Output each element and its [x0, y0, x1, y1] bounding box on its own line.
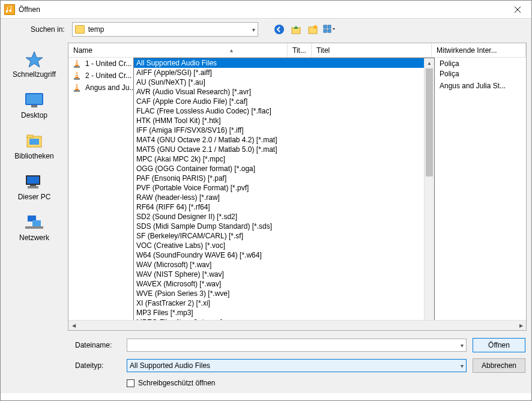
cancel-button[interactable]: Abbrechen [473, 358, 525, 373]
filetype-option[interactable]: MPC (Akai MPC 2k) [*.mpc] [134, 154, 424, 164]
svg-rect-28 [76, 88, 79, 89]
scroll-thumb[interactable] [426, 68, 433, 176]
filetype-option[interactable]: IFF (Amiga IFF/SVX8/SV16) [*.iff] [134, 125, 424, 135]
dropdown-scrollbar[interactable]: ▲ ▼ [424, 58, 434, 320]
svg-rect-27 [76, 86, 78, 87]
place-label: Desktop [21, 111, 47, 119]
filetype-label: Dateityp: [75, 361, 121, 370]
filetype-combo[interactable]: All Supported Audio Files▾ [127, 359, 467, 372]
svg-rect-23 [74, 66, 80, 68]
filetype-option[interactable]: FLAC (Free Lossless Audio Codec) [*.flac… [134, 106, 424, 116]
scroll-right-icon[interactable]: ▶ [516, 321, 526, 330]
filetype-option[interactable]: SF (Berkeley/IRCAM/CARL) [*.sf] [134, 231, 424, 241]
scroll-up-icon[interactable]: ▲ [425, 58, 434, 68]
back-button[interactable] [273, 23, 286, 36]
filetype-option[interactable]: SD2 (Sound Designer II) [*.sd2] [134, 212, 424, 222]
column-titel[interactable]: Titel [312, 43, 432, 57]
svg-rect-22 [76, 64, 79, 65]
filetype-option[interactable]: WVE (Psion Series 3) [*.wve] [134, 289, 424, 298]
new-folder-button[interactable] [306, 23, 319, 36]
close-button[interactable] [504, 1, 531, 19]
svg-rect-16 [30, 185, 36, 186]
file-artist: Angus and Julia St... [435, 82, 506, 90]
place-libraries[interactable]: Bibliotheken [1, 129, 68, 163]
svg-rect-15 [27, 176, 39, 184]
svg-point-0 [274, 25, 284, 34]
place-label: Dieser PC [18, 193, 51, 201]
window-title: Öffnen [19, 5, 504, 14]
app-icon [4, 4, 15, 15]
chevron-down-icon: ▾ [461, 363, 464, 369]
file-name: 2 - United Cr... [85, 71, 139, 80]
toolbar: Suchen in: temp ▾ [1, 19, 531, 40]
titlebar: Öffnen [1, 1, 531, 19]
place-network[interactable]: Netzwerk [1, 211, 68, 244]
libraries-icon [23, 131, 45, 151]
bottom-panel: Dateiname: ▾ Öffnen Dateityp: All Suppor… [1, 333, 531, 393]
filetype-option[interactable]: MAT5 (GNU Octave 2.1 / Matlab 5.0) [*.ma… [134, 145, 424, 154]
filetype-option[interactable]: XI (FastTracker 2) [*.xi] [134, 298, 424, 308]
filetype-option[interactable]: WAV (Microsoft) [*.wav] [134, 260, 424, 270]
network-icon [23, 213, 45, 232]
column-name[interactable]: Name▲ [68, 43, 288, 57]
filetype-option[interactable]: PAF (Ensoniq PARIS) [*.paf] [134, 173, 424, 183]
filetype-dropdown-list: All Supported Audio FilesAIFF (Apple/SGI… [133, 58, 435, 320]
column-mitwirkende[interactable]: Mitwirkende Inter... [432, 43, 526, 57]
horizontal-scrollbar[interactable]: ◀ ▶ [68, 320, 526, 330]
places-sidebar: Schnellzugriff Desktop Bibliotheken Dies… [1, 40, 68, 333]
column-tit[interactable]: Tit... [288, 43, 312, 57]
column-headers: Name▲ Tit... Titel Mitwirkende Inter... [68, 43, 526, 58]
filetype-option[interactable]: W64 (SoundFoundry WAVE 64) [*.w64] [134, 250, 424, 260]
filetype-option[interactable]: PVF (Portable Voice Format) [*.pvf] [134, 183, 424, 193]
svg-rect-29 [74, 90, 80, 92]
svg-rect-17 [28, 186, 38, 188]
filename-input[interactable]: ▾ [127, 339, 467, 352]
readonly-checkbox[interactable]: Schreibgeschützt öffnen [127, 379, 525, 387]
scroll-track[interactable] [79, 321, 516, 330]
folder-dropdown[interactable]: temp ▾ [72, 22, 258, 37]
filetype-option[interactable]: AIFF (Apple/SGI) [*.aiff] [134, 68, 424, 77]
svg-rect-19 [32, 220, 41, 226]
file-name: Angus and Ju... [85, 83, 139, 92]
filetype-option[interactable]: MAT4 (GNU Octave 2.0 / Matlab 4.2) [*.ma… [134, 135, 424, 145]
filetype-option[interactable]: WAV (NIST Sphere) [*.wav] [134, 270, 424, 279]
svg-rect-7 [328, 29, 331, 32]
svg-rect-25 [76, 76, 79, 77]
filetype-option[interactable]: RF64 (RIFF 64) [*.rf64] [134, 202, 424, 212]
svg-point-3 [313, 25, 317, 29]
filetype-option[interactable]: AU (Sun/NeXT) [*.au] [134, 77, 424, 87]
current-folder: temp [88, 25, 252, 34]
svg-rect-9 [26, 94, 42, 104]
filetype-option[interactable]: VOC (Creative Labs) [*.voc] [134, 241, 424, 250]
place-desktop[interactable]: Desktop [1, 88, 68, 122]
svg-rect-13 [29, 139, 39, 145]
filetype-option[interactable]: AVR (Audio Visual Research) [*.avr] [134, 87, 424, 97]
desktop-icon [23, 91, 45, 110]
svg-rect-21 [76, 62, 78, 63]
filetype-option[interactable]: WAVEX (Microsoft) [*.wav] [134, 279, 424, 289]
open-button[interactable]: Öffnen [473, 338, 525, 352]
svg-rect-20 [25, 226, 43, 229]
chevron-down-icon: ▾ [461, 342, 464, 349]
vlc-cone-icon [72, 59, 82, 68]
filetype-option[interactable]: MPEG Files [*.mp2, *.mpg] [134, 318, 424, 320]
up-button[interactable] [289, 23, 303, 36]
lookin-label: Suchen in: [31, 25, 65, 34]
filetype-option[interactable]: OGG (OGG Container format) [*.oga] [134, 164, 424, 173]
filetype-option[interactable]: HTK (HMM Tool Kit) [*.htk] [134, 116, 424, 125]
vlc-cone-icon [72, 83, 82, 92]
file-name: 1 - United Cr... [85, 59, 139, 68]
scroll-left-icon[interactable]: ◀ [68, 321, 79, 330]
filetype-option[interactable]: SDS (Midi Sample Dump Standard) [*.sds] [134, 222, 424, 231]
filetype-option[interactable]: MP3 Files [*.mp3] [134, 308, 424, 318]
place-quickaccess[interactable]: Schnellzugriff [1, 47, 68, 81]
svg-rect-4 [324, 25, 327, 28]
filetype-option[interactable]: CAF (Apple Core Audio File) [*.caf] [134, 97, 424, 106]
view-menu-button[interactable] [323, 23, 336, 36]
filetype-option[interactable]: RAW (header-less) [*.raw] [134, 193, 424, 202]
filetype-option[interactable]: All Supported Audio Files [134, 58, 424, 68]
checkbox-icon [127, 379, 135, 387]
main-area: Schnellzugriff Desktop Bibliotheken Dies… [1, 40, 531, 333]
place-thispc[interactable]: Dieser PC [1, 170, 68, 204]
readonly-label: Schreibgeschützt öffnen [138, 379, 216, 387]
